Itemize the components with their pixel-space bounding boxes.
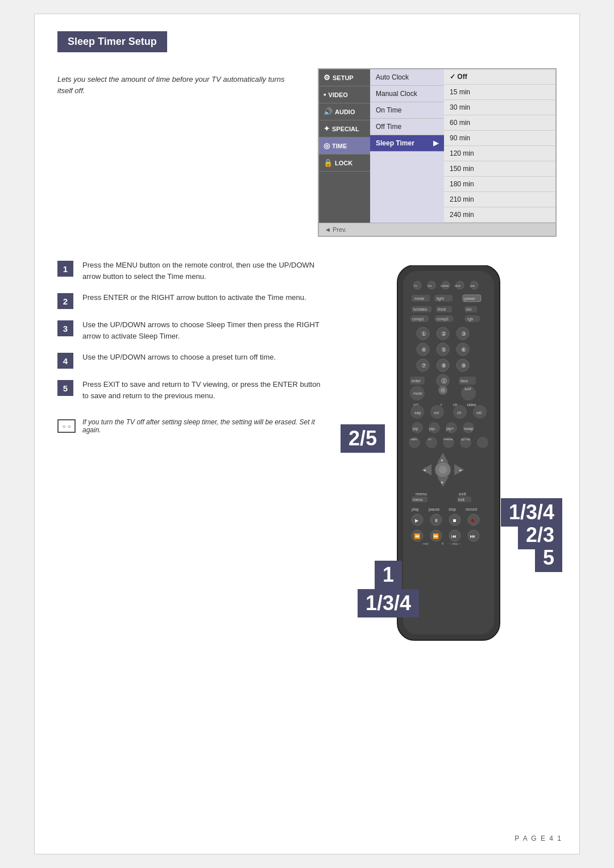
step-4-num: 4 [57,353,73,369]
svg-text:video: video [467,403,476,407]
svg-text:light: light [437,297,444,301]
svg-text:tv: tv [414,284,417,287]
time-icon: ◎ [323,141,330,150]
input-buttons: tv/video front dvi [412,306,477,312]
step-3-num: 3 [57,320,73,336]
menu-auto-clock: Auto Clock [370,69,444,86]
svg-text:pp.inp: pp.inp [461,437,471,441]
note-box: ○ ○ If you turn the TV off after setting… [57,418,323,434]
menu-on-time: On Time [370,102,444,119]
menu-15min: 15 min [444,85,555,100]
svg-text:▼: ▼ [440,481,444,485]
svg-text:▲: ▲ [440,458,444,462]
svg-text:ratio: ratio [410,437,417,441]
menu-center: Auto Clock Manual Clock On Time Off Time… [370,69,444,223]
menu-180min: 180 min [444,177,555,192]
svg-text:mute: mute [413,391,422,395]
menu-manual-clock: Manual Clock [370,86,444,102]
sidebar-special: ✦ SPECIAL [319,120,370,137]
svg-text:vol: vol [434,411,439,415]
svg-text:rgb: rgb [467,317,473,322]
svg-text:sat: sat [470,284,475,287]
svg-text:⑦: ⑦ [421,362,426,369]
step-1-text: Press the MENU button on the remote cont… [82,260,323,282]
svg-text:record: record [466,507,477,511]
svg-text:⏺: ⏺ [471,518,475,523]
svg-text:dvd: dvd [455,284,460,287]
step-1-row: 1 Press the MENU button on the remote co… [57,260,323,282]
comp-buttons: comp1 comp2 rgb [410,315,480,322]
svg-text:stop: stop [449,507,456,512]
page-number: P A G E 4 1 [515,834,562,842]
menu-120min: 120 min [444,146,555,161]
menu-30min: 30 min [444,100,555,115]
label-1-3-4-bottom: 1/3/4 [358,589,419,617]
svg-text:exit: exit [458,498,464,502]
step-4-text: Use the UP/DOWN arrows to choose a prese… [82,352,276,363]
svg-text:mode: mode [414,297,425,301]
sidebar-audio: 🔊 AUDIO [319,103,370,120]
svg-text:vid: vid [476,411,482,415]
svg-point-81 [426,437,437,448]
label-2-5: 2/5 [341,424,385,453]
menu-grid: ⚙ SETUP ▪ VIDEO 🔊 AUDIO ✦ [319,69,555,223]
svg-text:dvi: dvi [466,307,471,311]
svg-text:④: ④ [421,347,426,353]
svg-text:favo: favo [460,379,468,383]
svg-text:cable: cable [441,284,449,287]
svg-text:⑥: ⑥ [461,347,466,353]
svg-text:⓪: ⓪ [441,378,447,384]
step-5-num: 5 [57,380,73,396]
mode-buttons: mode light power [412,295,481,302]
svg-text:pip: pip [413,427,418,431]
svg-text:⑤: ⑤ [441,347,446,353]
svg-text:freeze: freeze [443,437,453,441]
svg-text:rew: rew [423,542,429,545]
svg-text:surf: surf [464,387,471,391]
svg-text:exit: exit [459,491,466,496]
svg-point-84 [477,437,488,448]
svg-text:⏮: ⏮ [451,533,457,539]
svg-text:⏸: ⏸ [434,518,438,523]
menu-150min: 150 min [444,161,555,177]
svg-text:pause: pause [429,507,439,512]
svg-text:menu: menu [413,498,423,502]
label-1: 1 [375,561,402,589]
svg-text:⑧: ⑧ [441,362,446,369]
page: Sleep Timer Setup Lets you select the am… [34,14,580,854]
special-icon: ✦ [323,124,330,133]
sidebar-setup: ⚙ SETUP [319,69,370,86]
onscreen-menu-container: ⚙ SETUP ▪ VIDEO 🔊 AUDIO ✦ [318,68,557,237]
svg-text:front: front [438,307,446,311]
top-section: Lets you select the amount of time befor… [57,68,557,237]
svg-text:⏪: ⏪ [414,533,421,540]
menu-210min: 210 min [444,192,555,207]
label-5: 5 [535,544,562,572]
step-2-text: Press ENTER or the RIGHT arrow button to… [82,292,306,303]
svg-text:③: ③ [461,331,466,337]
note-icon: ○ ○ [57,419,76,433]
svg-text:comp1: comp1 [412,317,424,322]
svg-text:comp2: comp2 [437,317,449,322]
step-2-row: 2 Press ENTER or the RIGHT arrow button … [57,292,323,309]
svg-text:⏭: ⏭ [470,533,475,539]
menu-sidebar: ⚙ SETUP ▪ VIDEO 🔊 AUDIO ✦ [319,69,370,223]
svg-text:ch: ch [457,411,462,415]
page-title: Sleep Timer Setup [57,31,167,52]
menu-off: Off [444,69,555,85]
number-buttons: ① ② ③ ④ ⑤ ⑥ ⑦ ⑧ ⑨ [417,327,469,372]
svg-point-56 [441,388,445,393]
description: Lets you select the amount of time befor… [57,68,295,237]
menu-right: Off 15 min 30 min 60 min 90 min 120 min … [444,69,555,223]
video-icon: ▪ [323,90,326,99]
svg-text:enter: enter [412,379,421,383]
main-content: 1 Press the MENU button on the remote co… [57,260,557,652]
svg-text:sap: sap [414,411,421,415]
step-2-num: 2 [57,293,73,309]
step-5-row: 5 Press EXIT to save and return to TV vi… [57,379,323,401]
svg-text:⏩: ⏩ [433,533,439,540]
svg-text:menu: menu [416,491,427,496]
svg-text:play: play [412,507,419,512]
sidebar-video: ▪ VIDEO [319,86,370,103]
onscreen-menu: ⚙ SETUP ▪ VIDEO 🔊 AUDIO ✦ [318,68,557,237]
